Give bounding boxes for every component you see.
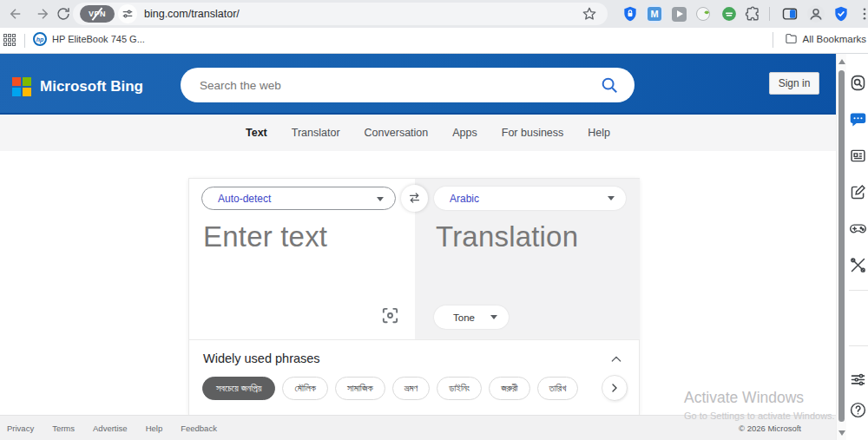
- phrase-chip-travel[interactable]: ভ্রমণ: [392, 377, 430, 400]
- chevron-down-icon: [377, 197, 384, 201]
- reload-icon[interactable]: [56, 6, 71, 22]
- phrase-chip-emergency[interactable]: জরুরী: [489, 377, 529, 400]
- microsoft-logo-icon[interactable]: [12, 77, 31, 96]
- chevron-down-icon: [608, 196, 615, 200]
- bookmark-hp-elitebook[interactable]: hp HP EliteBook 745 G...: [33, 32, 145, 46]
- apps-grid-icon[interactable]: [3, 34, 17, 48]
- phrase-chip-most-popular[interactable]: সবচেয়ে জনপ্রিয়: [202, 377, 275, 400]
- scrollbar-up-icon[interactable]: [838, 59, 845, 64]
- footer-link-advertise[interactable]: Advertise: [93, 424, 128, 433]
- folder-icon: [785, 32, 798, 45]
- tab-apps[interactable]: Apps: [452, 127, 477, 139]
- extensions-puzzle-icon[interactable]: [743, 3, 764, 24]
- phrase-chip-social[interactable]: সামাজিক: [335, 377, 385, 400]
- hp-logo-icon: hp: [33, 32, 47, 46]
- sidebar-search-icon[interactable]: [849, 74, 867, 92]
- copyright-text: © 2026 Microsoft: [739, 424, 801, 433]
- footer-link-help[interactable]: Help: [146, 424, 163, 433]
- chevron-up-icon[interactable]: [609, 352, 623, 366]
- address-bar[interactable]: VPN bing.com/translator/: [73, 3, 608, 25]
- tone-dropdown[interactable]: Tone: [434, 305, 509, 329]
- footer-link-terms[interactable]: Terms: [52, 424, 75, 433]
- sidebar-news-icon[interactable]: [849, 147, 867, 165]
- tab-conversation[interactable]: Conversation: [365, 127, 429, 139]
- sidebar-copilot-chat-icon[interactable]: [849, 110, 867, 128]
- bing-right-sidebar: [847, 54, 868, 440]
- translator-card: Auto-detect Arabic Enter text Translatio…: [188, 178, 640, 415]
- extension-mouse-icon[interactable]: [693, 3, 713, 24]
- bookmarks-bar: hp HP EliteBook 745 G... All Bookmarks: [0, 28, 868, 54]
- menu-kebab-icon[interactable]: [854, 3, 868, 24]
- phrase-chip-dining[interactable]: ডাইনিং: [437, 377, 482, 400]
- sidebar-divider: [849, 345, 868, 346]
- url-text[interactable]: bing.com/translator/: [144, 8, 240, 20]
- extension-play-icon[interactable]: [668, 3, 689, 24]
- page-footer: Privacy Terms Advertise Help Feedback © …: [0, 415, 836, 440]
- source-language-dropdown[interactable]: Auto-detect: [201, 187, 396, 210]
- sidebar-tools-icon[interactable]: [849, 256, 867, 274]
- browser-toolbar: VPN bing.com/translator/ M: [0, 0, 868, 28]
- tab-for-business[interactable]: For business: [502, 127, 564, 139]
- sidebar-compose-icon[interactable]: [849, 183, 867, 201]
- search-input[interactable]: [200, 68, 564, 102]
- extension-m-icon[interactable]: M: [644, 3, 665, 24]
- swap-languages-button[interactable]: [401, 185, 428, 212]
- source-text-input[interactable]: Enter text: [203, 220, 327, 253]
- scrollbar-thumb[interactable]: [838, 70, 845, 422]
- all-bookmarks-button[interactable]: All Bookmarks: [785, 32, 867, 45]
- footer-link-feedback[interactable]: Feedback: [181, 424, 217, 433]
- forward-icon[interactable]: [35, 6, 50, 22]
- phrase-chip-dates[interactable]: তারিখ: [537, 377, 579, 400]
- toolbar-separator: [769, 7, 770, 21]
- profile-avatar[interactable]: [806, 3, 826, 24]
- sidebar-settings-tune-icon[interactable]: [849, 371, 867, 389]
- tab-help[interactable]: Help: [588, 127, 610, 139]
- extension-green-icon[interactable]: [719, 3, 740, 24]
- translator-nav-tabs: Text Translator Conversation Apps For bu…: [0, 115, 836, 151]
- extension-shield-lock-icon[interactable]: [620, 3, 641, 24]
- target-language-dropdown[interactable]: Arabic: [434, 187, 626, 210]
- swap-arrows-icon: [407, 191, 422, 206]
- vpn-badge[interactable]: VPN: [80, 5, 115, 23]
- brand-title[interactable]: Microsoft Bing: [40, 78, 143, 95]
- sign-in-button[interactable]: Sign in: [769, 72, 819, 95]
- search-icon[interactable]: [600, 76, 619, 95]
- footer-links: Privacy Terms Advertise Help Feedback: [7, 416, 217, 440]
- bing-search-box[interactable]: [181, 68, 635, 102]
- phrase-chip-basic[interactable]: মৌলিক: [282, 377, 328, 400]
- sidebar-games-icon[interactable]: [849, 220, 867, 238]
- tab-translator[interactable]: Translator: [292, 127, 340, 139]
- chevron-down-icon: [490, 315, 497, 319]
- chips-next-button[interactable]: [602, 375, 628, 401]
- site-settings-icon[interactable]: [118, 4, 137, 23]
- footer-link-privacy[interactable]: Privacy: [7, 424, 34, 433]
- bookmark-star-icon[interactable]: [582, 6, 597, 22]
- scrollbar-down-icon[interactable]: [838, 430, 845, 436]
- vertical-scrollbar[interactable]: [836, 54, 846, 440]
- main-content: Auto-detect Arabic Enter text Translatio…: [0, 151, 836, 415]
- phrase-chips-row: সবচেয়ে জনপ্রিয় মৌলিক সামাজিক ভ্রমণ ডাই…: [202, 377, 617, 401]
- phrases-title: Widely used phrases: [203, 351, 320, 365]
- bookmarks-separator: [24, 34, 25, 48]
- side-panel-icon[interactable]: [779, 3, 800, 24]
- safety-shield-check-icon[interactable]: [831, 3, 852, 24]
- image-scan-icon[interactable]: [380, 305, 400, 325]
- back-icon[interactable]: [8, 6, 23, 22]
- translation-output: Translation: [436, 220, 578, 253]
- sidebar-divider: [849, 290, 868, 291]
- sidebar-help-icon[interactable]: [849, 401, 867, 419]
- tab-text[interactable]: Text: [246, 127, 267, 139]
- widely-used-phrases-section: Widely used phrases সবচেয়ে জনপ্রিয় মৌল…: [189, 339, 639, 415]
- chevron-right-icon: [608, 381, 621, 395]
